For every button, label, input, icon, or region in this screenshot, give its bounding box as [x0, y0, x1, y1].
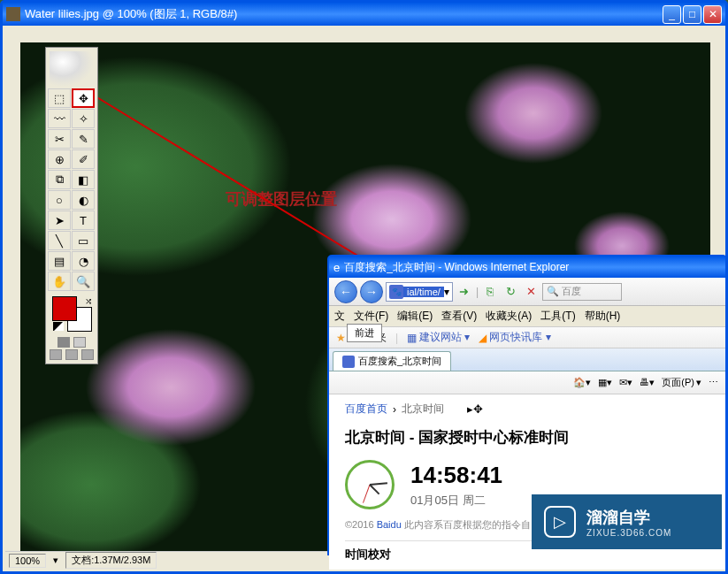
time-display: 14:58:41 — [410, 462, 502, 489]
screenmode-3-icon[interactable] — [81, 349, 94, 360]
back-button[interactable]: ← — [334, 280, 357, 303]
move-cursor-icon: ▸✥ — [467, 402, 483, 416]
foreground-color-swatch[interactable] — [52, 296, 77, 321]
menu-help[interactable]: 帮助(H) — [585, 309, 621, 324]
search-input[interactable]: 🔍 百度 — [542, 283, 622, 301]
brush-icon[interactable]: ✐ — [72, 149, 95, 169]
feeds-button[interactable]: ▦▾ — [598, 377, 612, 388]
eyedropper-icon[interactable]: ✎ — [72, 129, 95, 149]
search-icon: 🔍 — [547, 286, 559, 297]
ie-command-bar: 🏠▾ ▦▾ ✉▾ 🖶▾ 页面(P)▾ ⋯ — [329, 371, 725, 394]
watermark-badge: ▷ 溜溜自学 ZIXUE.3D66.COM — [532, 494, 722, 549]
dropdown-icon[interactable]: ▾ — [53, 555, 58, 566]
play-icon: ▷ — [544, 506, 576, 538]
watermark-name: 溜溜自学 — [586, 507, 671, 528]
annotation-label: 可调整图层位置 — [226, 188, 337, 210]
favorites-star-icon[interactable]: ★ — [336, 332, 346, 344]
rect-select-icon[interactable]: ⬚ — [48, 88, 71, 108]
notes-icon[interactable]: ▤ — [48, 251, 71, 271]
page-icon: ▦ — [407, 332, 417, 344]
address-text: ial/time/ — [403, 287, 444, 297]
screenmode-1-icon[interactable] — [50, 349, 62, 360]
maximize-button[interactable]: □ — [683, 5, 701, 24]
ie-window-title: 百度搜索_北京时间 - Windows Internet Explorer — [344, 260, 569, 275]
shape-icon[interactable]: ▭ — [72, 231, 95, 250]
print-button[interactable]: 🖶▾ — [640, 377, 655, 388]
line-icon[interactable]: ╲ — [48, 231, 71, 250]
breadcrumb-current: 北京时间 — [402, 402, 444, 417]
breadcrumb-home-link[interactable]: 百度首页 — [345, 402, 387, 417]
mail-button[interactable]: ✉▾ — [619, 377, 632, 388]
menu-favorites[interactable]: 收藏夹(A) — [486, 309, 532, 324]
menu-tools[interactable]: 工具(T) — [540, 309, 575, 324]
lasso-icon[interactable]: 〰 — [48, 109, 71, 128]
tab-label: 百度搜索_北京时间 — [358, 355, 441, 368]
forward-button[interactable]: → — [360, 280, 383, 303]
gimp-app-icon — [6, 7, 20, 21]
chevron-right-icon: › — [393, 403, 396, 416]
menu-file[interactable]: 文 — [334, 309, 345, 324]
screenmode-2-icon[interactable] — [65, 349, 78, 360]
minimize-button[interactable]: _ — [663, 5, 681, 24]
dodge-icon[interactable]: ◐ — [72, 190, 95, 210]
gimp-titlebar[interactable]: Water lilies.jpg @ 100% (图层 1, RGB/8#) _… — [3, 3, 725, 26]
page-heading: 北京时间 - 国家授时中心标准时间 — [345, 427, 709, 448]
home-button[interactable]: 🏠▾ — [573, 377, 591, 388]
page-menu[interactable]: 页面(P)▾ — [662, 376, 701, 389]
search-placeholder: 百度 — [562, 285, 581, 298]
text-icon[interactable]: T — [72, 210, 95, 230]
swap-colors-icon[interactable]: ⤭ — [85, 296, 92, 306]
compat-button[interactable]: ⎘ — [481, 283, 499, 301]
analog-clock-icon — [345, 460, 395, 509]
doc-size: 文档:1.37M/2.93M — [65, 552, 157, 569]
refresh-button[interactable]: ↻ — [502, 283, 519, 301]
suggested-sites-link[interactable]: ▦建议网站 ▾ — [407, 330, 470, 345]
ie-tabstrip: 百度搜索_北京时间 — [329, 348, 725, 371]
measure-icon[interactable]: ◔ — [72, 251, 95, 271]
ie-nav-toolbar: ← → 🐾 ial/time/ ▾ ➜ | ⎘ ↻ ✕ 🔍 百度 — [329, 278, 725, 306]
hand-icon[interactable]: ✋ — [48, 272, 71, 291]
menu-edit[interactable]: 编辑(E) — [397, 309, 433, 324]
heal-icon[interactable]: ⊕ — [48, 149, 71, 169]
path-icon[interactable]: ➤ — [48, 210, 71, 230]
site-icon: 🐾 — [389, 285, 403, 299]
ie-titlebar[interactable]: e 百度搜索_北京时间 - Windows Internet Explorer — [329, 256, 725, 278]
wand-icon[interactable]: ✧ — [72, 109, 95, 128]
close-button[interactable]: ✕ — [703, 5, 722, 24]
web-slice-link[interactable]: ◢网页快讯库 ▾ — [479, 330, 550, 345]
dropdown-icon[interactable]: ▾ — [444, 286, 449, 298]
menu-view[interactable]: 查看(V) — [441, 309, 477, 324]
toolbox-header-icon — [50, 51, 94, 87]
toolbox: ⬚✥〰✧✂✎⊕✐⧉◧○◐➤T╲▭▤◔✋🔍 ⤭ — [45, 47, 98, 364]
browser-tab[interactable]: 百度搜索_北京时间 — [333, 351, 451, 371]
go-button[interactable]: ➜ — [456, 283, 473, 301]
breadcrumb: 百度首页 › 北京时间 ▸✥ — [345, 402, 709, 417]
address-bar[interactable]: 🐾 ial/time/ ▾ — [386, 282, 453, 302]
watermark-url: ZIXUE.3D66.COM — [586, 528, 671, 538]
eraser-icon[interactable]: ◧ — [72, 170, 95, 189]
window-title: Water lilies.jpg @ 100% (图层 1, RGB/8#) — [25, 6, 663, 22]
mode-standard-icon[interactable] — [57, 337, 70, 348]
clone-icon[interactable]: ⧉ — [48, 170, 71, 189]
date-display: 01月05日 周二 — [410, 493, 502, 509]
menu-file[interactable]: 文件(F) — [354, 309, 388, 324]
safety-menu[interactable]: ⋯ — [709, 377, 718, 388]
baidu-link[interactable]: Baidu — [377, 519, 402, 530]
color-picker[interactable]: ⤭ — [52, 296, 92, 332]
mode-quickmask-icon[interactable] — [73, 337, 86, 348]
ie-app-icon: e — [333, 261, 340, 274]
default-colors-icon[interactable] — [53, 322, 64, 331]
tab-favicon — [342, 356, 355, 368]
ie-menubar: 文 文件(F) 编辑(E) 查看(V) 收藏夹(A) 工具(T) 帮助(H) 前… — [329, 306, 725, 327]
crop-icon[interactable]: ✂ — [48, 129, 71, 149]
stop-button[interactable]: ✕ — [522, 283, 540, 301]
move-icon[interactable]: ✥ — [72, 88, 95, 108]
forward-dropdown-label[interactable]: 前进 — [347, 324, 382, 342]
ie-favorites-bar: ★ 收藏夹 | ▦建议网站 ▾ ◢网页快讯库 ▾ — [329, 327, 725, 348]
blur-icon[interactable]: ○ — [48, 190, 71, 210]
zoom-level[interactable]: 100% — [9, 554, 46, 568]
rss-icon: ◢ — [479, 332, 487, 344]
zoom-icon[interactable]: 🔍 — [72, 272, 95, 291]
